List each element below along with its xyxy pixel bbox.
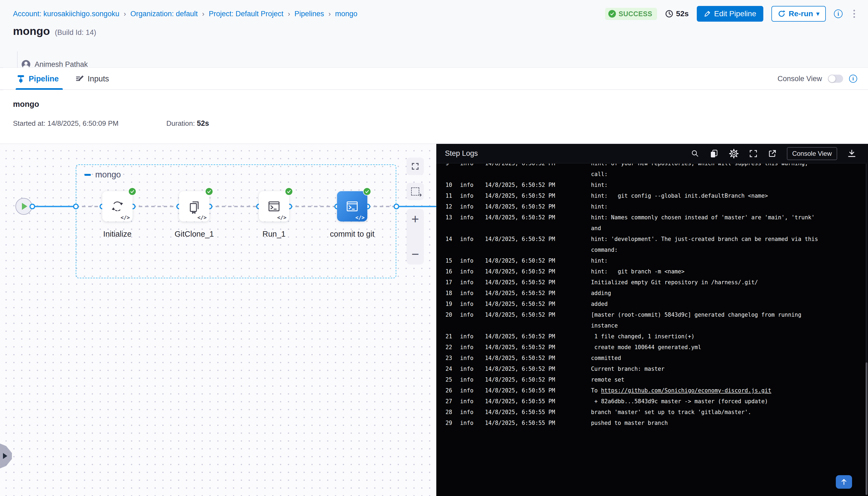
collapse-stage-icon[interactable] (84, 174, 91, 176)
log-row: 12info14/8/2025, 6:50:52 PMhint: (446, 201, 865, 212)
console-view-button[interactable]: Console View (787, 147, 837, 160)
inputs-icon (75, 74, 84, 83)
external-link-icon[interactable] (768, 149, 777, 158)
edge (289, 206, 337, 207)
header-actions: SUCCESS 52s Edit Pipeline Re-run ▾ i (605, 5, 858, 22)
stage-name: mongo (95, 170, 121, 180)
tab-pipeline[interactable]: Pipeline (17, 68, 59, 90)
tab-bar: Pipeline Inputs Console View i (0, 68, 868, 90)
duration-chip: 52s (665, 10, 689, 18)
log-scrollbar[interactable] (866, 164, 867, 495)
download-icon[interactable] (848, 149, 856, 158)
pipeline-canvas[interactable]: mongo </> Initialize </> GitClone_1 (0, 144, 436, 496)
edit-pipeline-label: Edit Pipeline (714, 10, 756, 18)
fullscreen-icon[interactable] (749, 149, 758, 158)
rerun-button[interactable]: Re-run ▾ (772, 6, 826, 22)
zoom-out-button[interactable]: − (412, 249, 419, 260)
caret-down-icon: ▾ (816, 10, 819, 17)
canvas-selection-button[interactable] (406, 183, 424, 200)
log-row: 17info14/8/2025, 6:50:52 PMInitialized e… (446, 277, 865, 288)
edge-start-to-stage (32, 206, 76, 207)
author-name: Animesh Pathak (35, 60, 88, 69)
breadcrumb-pipeline-name[interactable]: mongo (335, 10, 358, 18)
breadcrumb-pipelines[interactable]: Pipelines (295, 10, 324, 18)
breadcrumb: Account: kurosakiichigo.songoku › Organi… (13, 10, 357, 18)
breadcrumb-separator: › (328, 10, 331, 18)
execution-summary: mongo Started at: 14/8/2025, 6:50:09 PM … (0, 90, 868, 144)
console-view-label: Console View (777, 75, 822, 83)
log-row: 18info14/8/2025, 6:50:52 PMadding (446, 288, 865, 298)
log-row-continuation: instance (446, 320, 865, 331)
console-view-toggle[interactable] (828, 75, 843, 83)
step-logs-panel: Step Logs Console View 9info14/8/20 (436, 144, 868, 496)
log-toolbar: Console View (691, 147, 856, 160)
breadcrumb-project[interactable]: Project: Default Project (209, 10, 283, 18)
step-label: GitClone_1 (156, 230, 232, 238)
step-logs-header: Step Logs Console View (436, 144, 868, 164)
edge (133, 206, 179, 207)
step-node-gitclone[interactable]: </> (179, 191, 210, 221)
port (30, 204, 35, 209)
step-node-run[interactable]: </> (259, 191, 289, 221)
expand-panel-handle[interactable] (0, 444, 12, 468)
log-row: 23info14/8/2025, 6:50:52 PMcommitted (446, 353, 865, 363)
log-row-continuation: and (446, 223, 865, 234)
build-id: (Build Id: 14) (55, 28, 96, 37)
step-node-initialize[interactable]: </> (102, 191, 133, 221)
code-icon[interactable]: </> (121, 215, 130, 220)
selection-icon (411, 187, 419, 196)
log-row: 14info14/8/2025, 6:50:52 PMhint: 'develo… (446, 234, 865, 245)
stage-summary-title: mongo (13, 100, 39, 109)
info-icon[interactable]: i (849, 75, 857, 83)
log-row: 25info14/8/2025, 6:50:52 PMremote set (446, 374, 865, 385)
breadcrumb-organization[interactable]: Organization: default (130, 10, 198, 18)
page-header: Account: kurosakiichigo.songoku › Organi… (0, 0, 868, 67)
duration: Duration: 52s (166, 119, 209, 128)
log-row: 10info14/8/2025, 6:50:52 PMhint: (446, 180, 865, 190)
zoom-in-button[interactable]: + (412, 214, 419, 224)
log-body[interactable]: 9info14/8/2025, 6:50:52 PMhint: of your … (436, 164, 865, 496)
step-label: commit to git (314, 230, 390, 238)
tab-inputs[interactable]: Inputs (75, 68, 109, 90)
author-row: Animesh Pathak (22, 60, 88, 69)
code-icon[interactable]: </> (355, 215, 365, 220)
step-success-badge (363, 187, 371, 196)
scroll-to-top-button[interactable] (836, 475, 852, 489)
person-icon (22, 60, 30, 69)
breadcrumb-account[interactable]: Account: kurosakiichigo.songoku (13, 10, 119, 18)
scrollbar-thumb[interactable] (866, 362, 867, 495)
git-clone-icon (186, 199, 202, 214)
clock-icon (665, 10, 673, 18)
step-success-badge (205, 187, 213, 196)
gear-icon[interactable] (729, 149, 739, 158)
pencil-icon (704, 10, 711, 17)
copy-icon[interactable] (710, 149, 719, 158)
log-row: 27info14/8/2025, 6:50:55 PM + 82a6dbb...… (446, 396, 865, 407)
breadcrumb-separator: › (202, 10, 204, 18)
step-logs-title: Step Logs (445, 149, 478, 158)
log-row: 20info14/8/2025, 6:50:52 PM[master (root… (446, 309, 865, 320)
log-row: 26info14/8/2025, 6:50:55 PMTo https://gi… (446, 385, 865, 396)
refresh-icon (110, 199, 125, 214)
console-view-control: Console View i (777, 68, 857, 90)
canvas-fullscreen-button[interactable] (406, 158, 424, 175)
code-icon[interactable]: </> (277, 215, 286, 220)
log-row: 24info14/8/2025, 6:50:52 PMCurrent branc… (446, 363, 865, 374)
log-row: 11info14/8/2025, 6:50:52 PMhint: git con… (446, 190, 865, 201)
active-tab-underline (16, 88, 63, 90)
edit-pipeline-button[interactable]: Edit Pipeline (697, 6, 763, 22)
log-link[interactable]: https://github.com/Sonichigo/economy-dis… (601, 387, 771, 394)
tab-inputs-label: Inputs (88, 74, 109, 83)
log-row: 15info14/8/2025, 6:50:52 PMhint: (446, 255, 865, 266)
code-icon[interactable]: </> (198, 215, 207, 220)
info-icon[interactable]: i (834, 10, 842, 18)
canvas-zoom-controls: + − (406, 209, 424, 264)
check-circle-icon (608, 10, 616, 18)
step-node-commit-to-git[interactable]: </> (337, 191, 367, 221)
started-at: Started at: 14/8/2025, 6:50:09 PM (13, 119, 119, 128)
terminal-icon (344, 199, 360, 214)
terminal-icon (266, 199, 282, 214)
breadcrumb-separator: › (288, 10, 290, 18)
search-icon[interactable] (691, 150, 699, 158)
kebab-menu-icon[interactable] (851, 9, 858, 19)
